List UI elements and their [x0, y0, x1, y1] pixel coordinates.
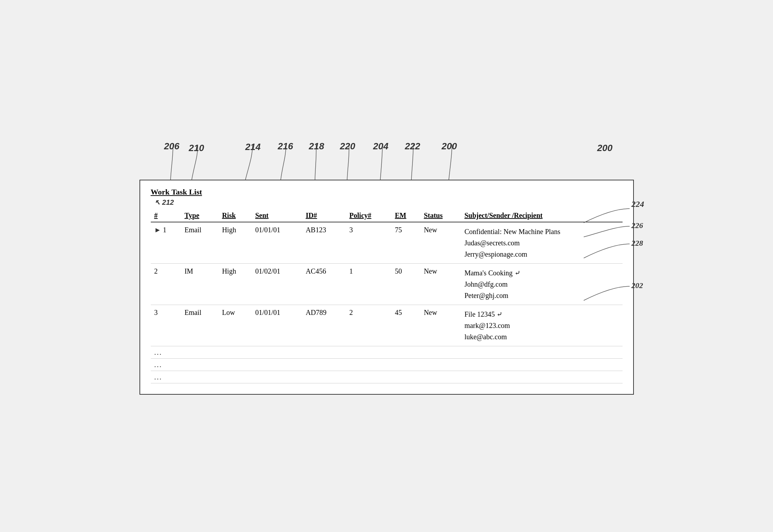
cell-policy: 1: [346, 264, 391, 305]
col-risk: Risk: [219, 209, 252, 222]
cell-em: 75: [391, 222, 420, 264]
subject-line: File 12345 ⤶: [464, 309, 619, 320]
table-row: ► 1 Email High 01/01/01 AB123 3 75 New C…: [151, 222, 623, 264]
recipient-line: Jerry@espionage.com: [464, 249, 619, 260]
cell-risk: High: [219, 264, 252, 305]
col-id: ID#: [302, 209, 346, 222]
cell-type: Email: [181, 222, 218, 264]
ann-202-text: 202: [631, 281, 643, 290]
ann-200-right: 200: [597, 143, 612, 154]
cell-policy: 3: [346, 222, 391, 264]
col-em: EM: [391, 209, 420, 222]
cell-type: Email: [181, 305, 218, 346]
ann-200: 200: [442, 141, 457, 152]
ellipsis-row-1: ...: [151, 346, 623, 359]
cell-subject: Confidential: New Machine Plans Judas@se…: [461, 222, 622, 264]
table-title: Work Task List: [151, 187, 623, 197]
col-num: #: [151, 209, 181, 222]
ann-220: 220: [340, 141, 355, 152]
sub-label-212: ↖ 212: [154, 198, 623, 207]
ann-222: 222: [405, 141, 420, 152]
ellipsis-cell: ...: [151, 346, 623, 359]
cell-em: 50: [391, 264, 420, 305]
cell-id: AB123: [302, 222, 346, 264]
cell-type: IM: [181, 264, 218, 305]
cell-status: New: [420, 305, 461, 346]
recipient-line: luke@abc.com: [464, 331, 619, 342]
annotations-top: 206 210 214 216 218 220 204 222 200 200: [139, 137, 634, 183]
cell-sent: 01/01/01: [252, 305, 302, 346]
table-row: 3 Email Low 01/01/01 AD789 2 45 New File…: [151, 305, 623, 346]
ellipsis-row-2: ...: [151, 359, 623, 371]
row-pointer-icon: ►: [154, 226, 161, 234]
sender-line: John@dfg.com: [464, 279, 619, 290]
table-header: # Type Risk Sent ID# Policy# EM Status S…: [151, 209, 623, 222]
cell-subject: File 12345 ⤶ mark@123.com luke@abc.com: [461, 305, 622, 346]
ann-214: 214: [245, 142, 261, 153]
table-body: ► 1 Email High 01/01/01 AB123 3 75 New C…: [151, 222, 623, 383]
ann-210: 210: [189, 143, 204, 154]
ellipsis-cell: ...: [151, 359, 623, 371]
cell-sent: 01/01/01: [252, 222, 302, 264]
cell-status: New: [420, 222, 461, 264]
ellipsis-cell: ...: [151, 371, 623, 383]
cell-policy: 2: [346, 305, 391, 346]
cell-em: 45: [391, 305, 420, 346]
col-type: Type: [181, 209, 218, 222]
subject-line: Confidential: New Machine Plans: [464, 226, 619, 237]
subject-line: Mama's Cooking ⤶: [464, 267, 619, 279]
cell-risk: High: [219, 222, 252, 264]
cell-num: 2: [151, 264, 181, 305]
ann-224-text: 224: [631, 199, 644, 209]
recipient-line: Peter@ghj.com: [464, 290, 619, 301]
ann-218: 218: [309, 141, 324, 152]
cell-id: AC456: [302, 264, 346, 305]
ellipsis-row-3: ...: [151, 371, 623, 383]
page-wrapper: 206 210 214 216 218 220 204 222 200 200 …: [139, 137, 634, 395]
header-row: # Type Risk Sent ID# Policy# EM Status S…: [151, 209, 623, 222]
col-subject: Subject/Sender /Recipient: [461, 209, 622, 222]
cell-subject: Mama's Cooking ⤶ John@dfg.com Peter@ghj.…: [461, 264, 622, 305]
cell-risk: Low: [219, 305, 252, 346]
ann-226-text: 226: [631, 221, 643, 230]
col-status: Status: [420, 209, 461, 222]
cell-num: 3: [151, 305, 181, 346]
cell-status: New: [420, 264, 461, 305]
sender-line: mark@123.com: [464, 320, 619, 331]
ann-206: 206: [164, 141, 179, 152]
cell-num: ► 1: [151, 222, 181, 264]
ann-228-text: 228: [631, 239, 643, 247]
col-policy: Policy#: [346, 209, 391, 222]
ann-216: 216: [278, 141, 293, 152]
work-task-table: # Type Risk Sent ID# Policy# EM Status S…: [151, 209, 623, 383]
sender-line: Judas@secrets.com: [464, 237, 619, 249]
cell-id: AD789: [302, 305, 346, 346]
table-container: Work Task List ↖ 212 # Type Risk Sent ID…: [139, 180, 634, 395]
annotation-curves-right: 224 226 228 202: [626, 180, 732, 357]
cell-sent: 01/02/01: [252, 264, 302, 305]
table-row: 2 IM High 01/02/01 AC456 1 50 New Mama's…: [151, 264, 623, 305]
col-sent: Sent: [252, 209, 302, 222]
ann-204: 204: [373, 141, 388, 152]
